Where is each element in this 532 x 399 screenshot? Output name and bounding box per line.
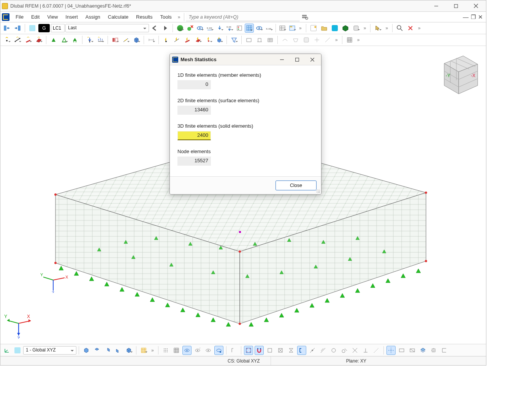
gray-icon1[interactable] bbox=[280, 35, 290, 44]
osnap-circle-icon[interactable] bbox=[329, 346, 338, 355]
osnap-diag-icon[interactable] bbox=[276, 346, 285, 355]
copy-mirror-icon[interactable] bbox=[111, 35, 120, 44]
ortho-rect-icon[interactable] bbox=[397, 346, 406, 355]
frame1-icon[interactable] bbox=[244, 35, 253, 44]
viewport-3d[interactable]: X Y Z X Y Z -X -Y bbox=[0, 46, 486, 344]
support2-icon[interactable] bbox=[60, 35, 69, 44]
restore-child-icon[interactable]: ❐ bbox=[471, 14, 476, 21]
view-iso2-icon[interactable] bbox=[92, 346, 101, 355]
maximize-button[interactable] bbox=[447, 0, 465, 12]
cell-format-icon[interactable] bbox=[288, 24, 297, 33]
osnap-magnet-icon[interactable] bbox=[255, 346, 264, 355]
text-label-icon[interactable]: x.xx bbox=[205, 24, 214, 33]
eye-icon[interactable] bbox=[195, 24, 204, 33]
ortho-rect2-icon[interactable] bbox=[408, 346, 417, 355]
menu-edit[interactable]: Edit bbox=[27, 13, 43, 21]
bolt-line-icon[interactable] bbox=[172, 35, 181, 44]
toolbar3-overflow-icon[interactable]: » bbox=[149, 348, 156, 353]
osnap-guide-icon[interactable] bbox=[372, 346, 381, 355]
snap-dots-icon[interactable] bbox=[161, 346, 170, 355]
menu-tools[interactable]: Tools bbox=[156, 13, 175, 21]
divide-node-icon[interactable] bbox=[121, 35, 130, 44]
osnap-corner-icon[interactable] bbox=[297, 346, 306, 355]
minimize-button[interactable] bbox=[428, 0, 445, 12]
mesh-cfg-icon[interactable] bbox=[139, 346, 148, 355]
bolt-node-icon[interactable] bbox=[162, 35, 171, 44]
frame2-icon[interactable] bbox=[255, 35, 264, 44]
addon-icon[interactable] bbox=[352, 24, 361, 33]
gray-icon3[interactable] bbox=[302, 35, 311, 44]
load-line-icon[interactable] bbox=[96, 35, 105, 44]
toolbar1-overflow3-icon[interactable]: » bbox=[383, 25, 390, 31]
snap-eye4-icon[interactable] bbox=[214, 346, 223, 355]
osnap-intersect-icon[interactable] bbox=[350, 346, 359, 355]
gray-icon4[interactable] bbox=[312, 35, 321, 44]
osnap-perp2-icon[interactable] bbox=[361, 346, 370, 355]
menu-results[interactable]: Results bbox=[132, 13, 156, 21]
menu-insert[interactable]: Insert bbox=[62, 13, 82, 21]
bolt-solid-icon[interactable] bbox=[215, 35, 224, 44]
osnap-mid-icon[interactable] bbox=[308, 346, 317, 355]
member-icon[interactable] bbox=[24, 35, 33, 44]
bolt-point-icon[interactable] bbox=[204, 35, 213, 44]
toolbar2-overflow2-icon[interactable]: » bbox=[355, 37, 362, 43]
snap-eye3-icon[interactable] bbox=[204, 346, 213, 355]
coordinate-system-dropdown[interactable]: 1 - Global XYZ bbox=[23, 346, 76, 355]
support3-icon[interactable] bbox=[70, 35, 79, 44]
dialog-close-action-button[interactable]: Close bbox=[276, 180, 317, 190]
guides-cross-icon[interactable] bbox=[386, 346, 396, 355]
resize-grip-icon[interactable] bbox=[316, 189, 320, 193]
view-iso1-icon[interactable] bbox=[82, 346, 91, 355]
view-iso5-icon[interactable] bbox=[124, 346, 133, 355]
dialog-close-button[interactable] bbox=[306, 55, 319, 65]
dialog-maximize-button[interactable] bbox=[291, 55, 304, 65]
search-input[interactable] bbox=[186, 13, 300, 21]
grid-settings-icon[interactable] bbox=[345, 35, 354, 44]
load-node-icon[interactable] bbox=[85, 35, 94, 44]
filter-icon[interactable] bbox=[230, 35, 239, 44]
toolbar2-overflow-icon[interactable]: » bbox=[333, 37, 340, 43]
loadcase-key[interactable]: G bbox=[38, 24, 50, 32]
search-icon[interactable] bbox=[301, 13, 309, 21]
select-pointer-icon[interactable] bbox=[373, 24, 382, 33]
cloud-sync-icon[interactable] bbox=[330, 24, 339, 33]
menu-assign[interactable]: Assign bbox=[82, 13, 104, 21]
osnap-endpoint-icon[interactable] bbox=[229, 346, 238, 355]
view-iso4-icon[interactable] bbox=[114, 346, 123, 355]
text-arrow-icon[interactable]: x.xx bbox=[225, 24, 234, 33]
osnap-tangent-icon[interactable] bbox=[340, 346, 349, 355]
grid-toggle-icon[interactable] bbox=[245, 24, 254, 33]
toolbar1-overflow4-icon[interactable]: » bbox=[416, 25, 423, 31]
legend-icon[interactable] bbox=[235, 24, 244, 33]
close-child-icon[interactable]: ✕ bbox=[478, 14, 483, 21]
osnap-hourglass-icon[interactable] bbox=[287, 346, 296, 355]
ortho-guides-icon[interactable] bbox=[429, 346, 438, 355]
menu-view[interactable]: View bbox=[43, 13, 62, 21]
support1-icon[interactable] bbox=[49, 35, 58, 44]
toolbar1-overflow2-icon[interactable]: » bbox=[362, 25, 368, 31]
bolt-member-icon[interactable] bbox=[183, 35, 192, 44]
dim-icon[interactable] bbox=[147, 35, 156, 44]
panel-left-icon[interactable] bbox=[2, 24, 11, 33]
gray-icon2[interactable] bbox=[291, 35, 300, 44]
snap-eye2-icon[interactable] bbox=[193, 346, 202, 355]
panel-right-icon[interactable] bbox=[13, 24, 22, 33]
osnap-rect-icon[interactable] bbox=[265, 346, 274, 355]
line-icon[interactable] bbox=[13, 35, 22, 44]
dialog-minimize-button[interactable] bbox=[276, 55, 288, 65]
minimize-child-icon[interactable]: — bbox=[463, 14, 469, 21]
toolbar1-overflow-icon[interactable]: » bbox=[297, 25, 304, 31]
text2-icon[interactable]: x.xx bbox=[264, 24, 274, 33]
close-button[interactable] bbox=[467, 0, 484, 12]
osnap-perp-icon[interactable] bbox=[318, 346, 328, 355]
gray-icon5[interactable] bbox=[323, 35, 332, 44]
arrow-down-icon[interactable] bbox=[215, 24, 224, 33]
package-icon[interactable] bbox=[341, 24, 350, 33]
table-icon[interactable] bbox=[278, 24, 287, 33]
loadcase-id-input[interactable] bbox=[51, 24, 65, 32]
frame3-icon[interactable] bbox=[266, 35, 275, 44]
loadcase-prev-icon[interactable] bbox=[150, 24, 159, 33]
dialog-title-bar[interactable]: Mesh Statistics bbox=[170, 54, 321, 65]
menu-calculate[interactable]: Calculate bbox=[104, 13, 132, 21]
view-iso3-icon[interactable] bbox=[103, 346, 112, 355]
